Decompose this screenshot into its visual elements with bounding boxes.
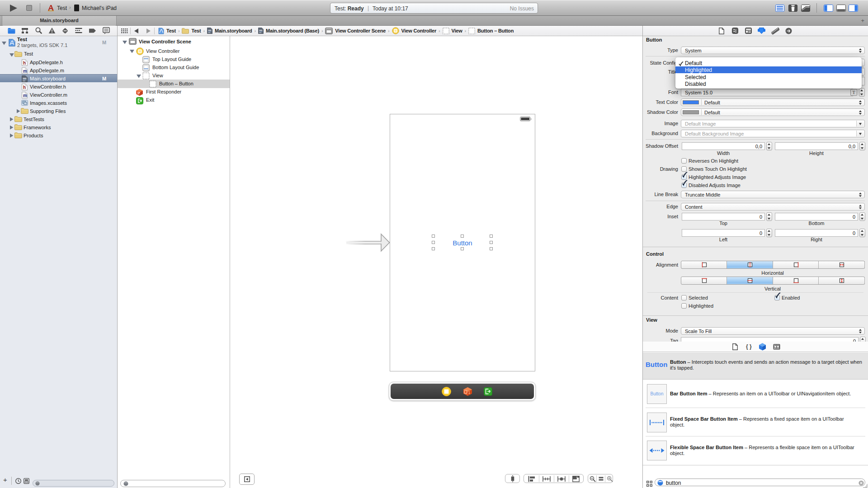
- svg-text:m: m: [23, 93, 27, 98]
- svg-text:h: h: [23, 61, 26, 66]
- svg-text:1: 1: [468, 390, 471, 395]
- svg-text:h: h: [23, 85, 26, 90]
- svg-text:m: m: [23, 69, 27, 74]
